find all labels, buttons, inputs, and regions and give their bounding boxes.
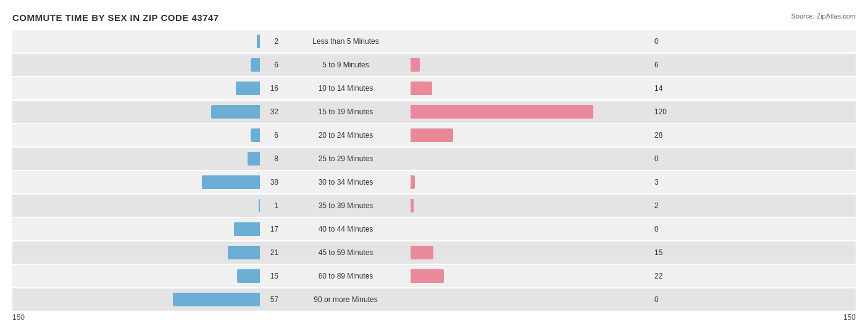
- male-bar: [202, 175, 260, 189]
- male-bar-container: [12, 175, 260, 189]
- male-bar: [248, 152, 260, 166]
- center-label: 90 or more Minutes: [284, 295, 407, 304]
- female-bar-container: [411, 152, 652, 166]
- center-label: 35 to 39 Minutes: [284, 201, 407, 210]
- male-side: 15: [12, 265, 284, 287]
- male-bar: [251, 58, 260, 72]
- male-bar-container: [12, 269, 260, 283]
- male-value: 17: [260, 225, 278, 233]
- row-inner: 2 Less than 5 Minutes 0: [12, 30, 856, 52]
- female-bar-container: [411, 246, 652, 259]
- female-side: 0: [407, 30, 679, 52]
- male-bar-container: [12, 58, 260, 72]
- male-bar-container: [12, 82, 260, 95]
- bar-row: 8 25 to 29 Minutes 0: [12, 148, 856, 170]
- male-value: 57: [260, 295, 278, 304]
- row-inner: 8 25 to 29 Minutes 0: [12, 148, 856, 170]
- male-bar: [236, 82, 260, 95]
- female-side: 120: [407, 101, 679, 123]
- female-bar: [411, 175, 415, 189]
- female-bar-container: [411, 269, 652, 283]
- female-value: 28: [654, 131, 679, 140]
- male-side: 57: [12, 288, 284, 311]
- row-inner: 16 10 to 14 Minutes 14: [12, 77, 856, 99]
- center-label: 40 to 44 Minutes: [284, 225, 407, 233]
- male-bar: [228, 246, 260, 259]
- female-side: 2: [407, 195, 679, 217]
- axis-labels: 150 150: [12, 313, 856, 322]
- female-value: 15: [654, 248, 679, 257]
- female-bar: [411, 82, 432, 95]
- male-value: 15: [260, 272, 278, 280]
- row-inner: 6 5 to 9 Minutes 6: [12, 54, 856, 76]
- male-bar-container: [12, 128, 260, 142]
- center-label: 60 to 89 Minutes: [284, 272, 407, 280]
- chart-title: COMMUTE TIME BY SEX IN ZIP CODE 43747: [12, 12, 856, 23]
- center-label: 5 to 9 Minutes: [284, 61, 407, 69]
- male-bar-container: [12, 246, 260, 259]
- female-value: 0: [654, 37, 679, 46]
- bar-row: 1 35 to 39 Minutes 2: [12, 195, 856, 217]
- female-bar: [411, 105, 593, 119]
- male-bar-container: [12, 105, 260, 119]
- bar-row: 6 5 to 9 Minutes 6: [12, 54, 856, 76]
- row-inner: 6 20 to 24 Minutes 28: [12, 124, 856, 146]
- male-bar-container: [12, 293, 260, 306]
- male-value: 38: [260, 178, 278, 187]
- female-side: 0: [407, 218, 679, 240]
- male-value: 8: [260, 154, 278, 163]
- row-inner: 21 45 to 59 Minutes 15: [12, 241, 856, 264]
- bar-row: 2 Less than 5 Minutes 0: [12, 30, 856, 52]
- male-bar: [173, 293, 260, 306]
- bar-row: 57 90 or more Minutes 0: [12, 288, 856, 311]
- bar-row: 16 10 to 14 Minutes 14: [12, 77, 856, 99]
- female-side: 14: [407, 77, 679, 99]
- female-side: 0: [407, 148, 679, 170]
- male-side: 2: [12, 30, 284, 52]
- female-value: 6: [654, 61, 679, 69]
- female-bar-container: [411, 105, 652, 119]
- female-bar-container: [411, 222, 652, 236]
- row-inner: 17 40 to 44 Minutes 0: [12, 218, 856, 240]
- male-side: 17: [12, 218, 284, 240]
- female-bar-container: [411, 293, 652, 306]
- male-side: 6: [12, 54, 284, 76]
- female-bar-container: [411, 128, 652, 142]
- female-bar-container: [411, 35, 652, 48]
- female-bar-container: [411, 199, 652, 212]
- center-label: 25 to 29 Minutes: [284, 154, 407, 163]
- male-value: 21: [260, 248, 278, 257]
- female-side: 3: [407, 171, 679, 193]
- female-side: 28: [407, 124, 679, 146]
- male-bar-container: [12, 199, 260, 212]
- male-side: 8: [12, 148, 284, 170]
- female-value: 14: [654, 84, 679, 93]
- center-label: 30 to 34 Minutes: [284, 178, 407, 187]
- male-bar: [211, 105, 260, 119]
- female-value: 22: [654, 272, 679, 280]
- male-bar-container: [12, 35, 260, 48]
- male-value: 6: [260, 131, 278, 140]
- female-value: 2: [654, 201, 679, 210]
- female-value: 0: [654, 154, 679, 163]
- male-bar: [251, 128, 260, 142]
- row-inner: 15 60 to 89 Minutes 22: [12, 265, 856, 287]
- female-bar-container: [411, 82, 652, 95]
- female-bar: [411, 269, 444, 283]
- female-bar-container: [411, 175, 652, 189]
- female-bar: [411, 246, 433, 259]
- center-label: 15 to 19 Minutes: [284, 107, 407, 116]
- rows-area: 2 Less than 5 Minutes 0 6 5 to: [12, 30, 856, 311]
- male-bar-container: [12, 152, 260, 166]
- male-value: 16: [260, 84, 278, 93]
- bar-row: 17 40 to 44 Minutes 0: [12, 218, 856, 240]
- male-value: 1: [260, 201, 278, 210]
- male-bar-container: [12, 222, 260, 236]
- female-side: 0: [407, 288, 679, 311]
- female-value: 120: [654, 107, 679, 116]
- female-side: 6: [407, 54, 679, 76]
- row-inner: 57 90 or more Minutes 0: [12, 288, 856, 311]
- bar-row: 38 30 to 34 Minutes 3: [12, 171, 856, 193]
- male-side: 1: [12, 195, 284, 217]
- row-inner: 38 30 to 34 Minutes 3: [12, 171, 856, 193]
